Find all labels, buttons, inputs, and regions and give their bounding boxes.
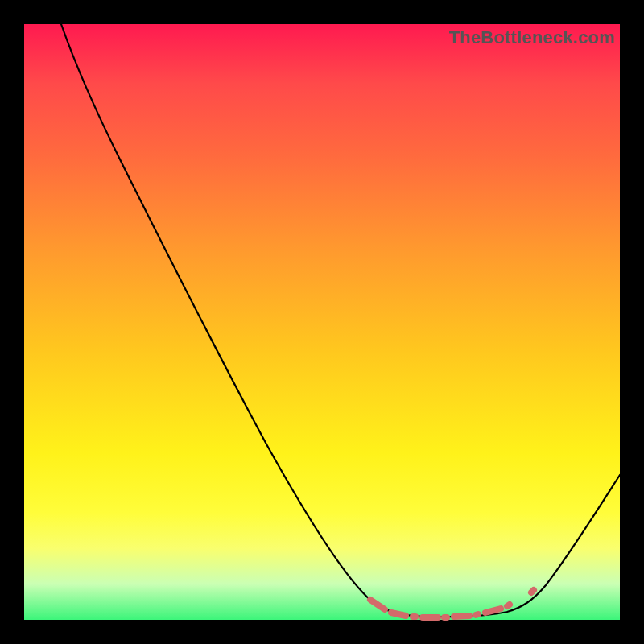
optimal-range-marker xyxy=(370,590,534,617)
outer-frame: TheBottleneck.com xyxy=(0,0,644,644)
bottleneck-curve xyxy=(61,24,620,617)
chart-svg xyxy=(24,24,620,620)
gradient-plot-area: TheBottleneck.com xyxy=(24,24,620,620)
